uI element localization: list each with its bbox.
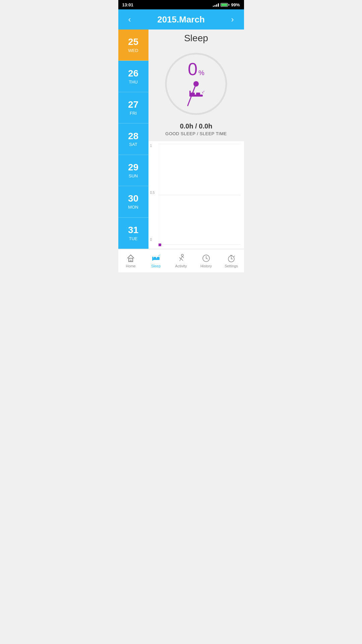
y-label-0: 0: [150, 238, 155, 241]
sleep-time-label: GOOD SLEEP / SLEEP TIME: [165, 131, 227, 136]
date-day: SUN: [129, 173, 138, 178]
date-sidebar: 25 WED 26 THU 27 FRI 28 SAT 29 SUN 30 MO…: [118, 30, 148, 249]
battery-fill: [221, 4, 227, 6]
settings-icon: [227, 254, 236, 263]
history-icon: [201, 254, 211, 263]
svg-line-23: [180, 259, 181, 261]
status-time: 13:01: [122, 2, 133, 7]
sleep-gauge: z z 0 %: [159, 47, 233, 121]
nav-label-home: Home: [126, 264, 135, 268]
y-label-1: 1: [150, 144, 155, 148]
svg-text:z: z: [203, 90, 204, 92]
date-number: 27: [128, 100, 138, 110]
nav-label-sleep: Sleep: [151, 264, 161, 268]
date-number: 31: [128, 225, 138, 235]
nav-item-home[interactable]: Home: [118, 249, 143, 272]
svg-line-29: [206, 258, 207, 259]
nav-label-activity: Activity: [175, 264, 187, 268]
nav-item-settings[interactable]: Settings: [219, 249, 244, 272]
svg-point-21: [181, 254, 183, 256]
date-item-29[interactable]: 29 SUN: [118, 155, 148, 186]
nav-label-settings: Settings: [225, 264, 238, 268]
svg-line-22: [181, 256, 182, 259]
chart-legend: [159, 244, 161, 246]
date-day: THU: [129, 79, 138, 85]
date-number: 25: [128, 37, 138, 47]
status-right: 99%: [213, 2, 240, 7]
date-item-27[interactable]: 27 FRI: [118, 92, 148, 123]
main-content: 25 WED 26 THU 27 FRI 28 SAT 29 SUN 30 MO…: [118, 30, 244, 249]
sleep-stats: 0.0h / 0.0h GOOD SLEEP / SLEEP TIME: [165, 122, 227, 136]
month-title: 2015.March: [157, 14, 205, 25]
bottom-nav: Home z z Sleep Activity: [118, 249, 244, 272]
svg-rect-14: [130, 260, 132, 262]
y-label-05: 0.5: [150, 191, 155, 195]
chart-y-labels: 1 0.5 0: [150, 144, 155, 241]
date-item-31[interactable]: 31 TUE: [118, 218, 148, 249]
sleep-section: Sleep: [148, 30, 244, 141]
svg-rect-17: [154, 257, 156, 259]
chart-section: 1 0.5 0: [148, 141, 244, 249]
svg-rect-5: [196, 93, 200, 95]
battery-percent: 99%: [231, 2, 240, 7]
svg-line-24: [181, 259, 183, 261]
svg-rect-16: [152, 257, 153, 261]
svg-text:z: z: [160, 254, 160, 256]
prev-month-button[interactable]: ‹: [125, 13, 134, 26]
date-day: MON: [128, 205, 138, 210]
legend-dot: [159, 244, 161, 246]
date-item-30[interactable]: 30 MON: [118, 186, 148, 217]
svg-point-2: [193, 81, 199, 87]
battery-icon: [221, 3, 229, 7]
sleep-title: Sleep: [184, 33, 208, 44]
date-day: SAT: [129, 142, 137, 147]
svg-rect-18: [157, 257, 160, 259]
date-day: FRI: [130, 111, 137, 116]
date-item-26[interactable]: 26 THU: [118, 61, 148, 92]
activity-icon: [176, 254, 186, 263]
date-item-28[interactable]: 28 SAT: [118, 123, 148, 155]
gauge-number: 0: [188, 60, 197, 78]
date-day: TUE: [129, 236, 138, 241]
sleep-time-value: 0.0h / 0.0h: [165, 122, 227, 130]
gauge-value: 0 %: [188, 60, 204, 78]
svg-line-26: [179, 258, 181, 259]
date-item-25[interactable]: 25 WED: [118, 30, 148, 61]
date-day: WED: [128, 48, 138, 53]
svg-rect-4: [191, 93, 195, 95]
right-panel: Sleep: [148, 30, 244, 249]
chart-svg: [159, 144, 241, 246]
date-number: 29: [128, 162, 138, 173]
next-month-button[interactable]: ›: [228, 13, 237, 26]
gauge-svg: z z: [159, 47, 233, 121]
nav-label-history: History: [200, 264, 212, 268]
date-number: 28: [128, 131, 138, 142]
signal-icon: [213, 3, 219, 7]
sleep-icon: z z: [151, 254, 161, 263]
nav-item-activity[interactable]: Activity: [169, 249, 194, 272]
date-number: 30: [128, 194, 138, 204]
svg-line-35: [234, 256, 235, 257]
nav-item-history[interactable]: History: [194, 249, 219, 272]
svg-line-25: [182, 256, 184, 258]
date-number: 26: [128, 68, 138, 79]
home-icon: [126, 254, 135, 263]
gauge-percent: %: [198, 69, 204, 77]
nav-item-sleep[interactable]: z z Sleep: [143, 249, 169, 272]
month-header: ‹ 2015.March ›: [118, 9, 244, 30]
svg-rect-6: [189, 91, 191, 97]
status-bar: 13:01 99%: [118, 0, 244, 9]
